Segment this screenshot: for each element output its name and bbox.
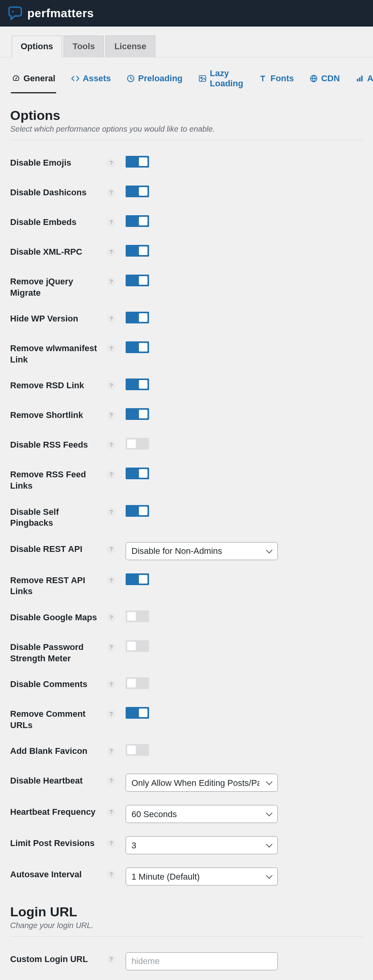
form-label-col: Remove wlwmanifest Link? <box>10 339 115 365</box>
help-icon[interactable]: ? <box>107 870 115 879</box>
help-icon[interactable]: ? <box>107 248 115 256</box>
disable_xmlrpc-toggle[interactable] <box>126 245 149 257</box>
form-label-col: Remove REST API Links? <box>10 571 115 597</box>
hide_wp_version-toggle[interactable] <box>126 312 149 323</box>
form-control-col <box>115 183 363 197</box>
help-icon[interactable]: ? <box>107 314 115 323</box>
form-row-remove_wlwmanifest: Remove wlwmanifest Link? <box>10 339 363 365</box>
disable_rss-toggle[interactable] <box>126 438 149 450</box>
form-label-col: Disable Google Maps? <box>10 608 115 623</box>
help-icon[interactable]: ? <box>107 839 115 848</box>
tab-tools[interactable]: Tools <box>64 36 104 57</box>
dashboard-icon <box>12 74 20 83</box>
brand-name: perfmatters <box>27 7 94 20</box>
disable_heartbeat-select[interactable]: Only Allow When Editing Posts/Pages <box>126 774 278 792</box>
subtab-lazy[interactable]: Lazy Loading <box>197 68 244 98</box>
tab-license[interactable]: License <box>105 36 155 57</box>
form-label: Remove Shortlink <box>10 410 107 421</box>
perfmatters-logo-icon <box>7 5 23 21</box>
form-control-col <box>115 436 363 450</box>
form-row-hide_wp_version: Hide WP Version? <box>10 309 363 328</box>
autosave_interval-select-wrap: 1 Minute (Default) <box>126 868 278 885</box>
limit_post_revisions-select[interactable]: 3 <box>126 836 278 854</box>
help-icon[interactable]: ? <box>107 576 115 585</box>
help-icon[interactable]: ? <box>107 411 115 419</box>
subtab-fonts[interactable]: Fonts <box>258 73 295 93</box>
help-icon[interactable]: ? <box>107 508 115 516</box>
help-icon[interactable]: ? <box>107 747 115 755</box>
help-icon[interactable]: ? <box>107 441 115 449</box>
form-label-col: Remove jQuery Migrate? <box>10 272 115 298</box>
subtab-label: CDN <box>321 73 340 84</box>
subtab-general[interactable]: General <box>11 73 56 93</box>
form-label: Remove RSS Feed Links <box>10 469 107 491</box>
disable_self_pingbacks-toggle[interactable] <box>126 505 149 517</box>
form-control-col <box>115 465 363 479</box>
help-icon[interactable]: ? <box>107 777 115 785</box>
add_blank_favicon-toggle[interactable] <box>126 744 149 756</box>
remove_comment_urls-toggle[interactable] <box>126 707 149 719</box>
help-icon[interactable]: ? <box>107 643 115 652</box>
help-icon[interactable]: ? <box>107 277 115 286</box>
subtab-label: Fonts <box>270 73 294 84</box>
autosave_interval-select[interactable]: 1 Minute (Default) <box>126 868 278 885</box>
form-label-col: Disable Embeds? <box>10 213 115 228</box>
toggle-knob <box>139 246 147 255</box>
help-icon[interactable]: ? <box>107 381 115 390</box>
clock-icon <box>126 74 135 83</box>
form-label-col: Disable Self Pingbacks? <box>10 503 115 529</box>
form-row-disable_dashicons: Disable Dashicons? <box>10 183 363 202</box>
disable_dashicons-toggle[interactable] <box>126 186 149 197</box>
disable_comments-toggle[interactable] <box>126 677 149 689</box>
disable_pw_strength-toggle[interactable] <box>126 640 149 652</box>
main-tab-bar: OptionsToolsLicense <box>0 27 373 57</box>
remove_wlwmanifest-toggle[interactable] <box>126 341 149 353</box>
form-label: Disable Comments <box>10 679 107 690</box>
custom_login_url-input[interactable] <box>126 952 278 970</box>
subtab-analytics[interactable]: Analytics <box>355 73 373 93</box>
remove_jquery_migrate-toggle[interactable] <box>126 275 149 286</box>
help-icon[interactable]: ? <box>107 955 115 964</box>
form-label: Disable Self Pingbacks <box>10 507 107 529</box>
remove_rsd-toggle[interactable] <box>126 378 149 390</box>
form-control-col <box>115 213 363 227</box>
subtab-preloading[interactable]: Preloading <box>126 73 183 93</box>
remove_shortlink-toggle[interactable] <box>126 408 149 420</box>
toggle-knob <box>139 575 147 584</box>
disable_google_maps-toggle[interactable] <box>126 610 149 622</box>
help-icon[interactable]: ? <box>107 613 115 622</box>
help-icon[interactable]: ? <box>107 159 115 167</box>
help-icon[interactable]: ? <box>107 218 115 227</box>
help-icon[interactable]: ? <box>107 344 115 353</box>
form-row-disable_heartbeat: Disable Heartbeat?Only Allow When Editin… <box>10 771 363 792</box>
disable_emojis-toggle[interactable] <box>126 156 149 168</box>
disable_rest_api-select[interactable]: Disable for Non-Admins <box>126 542 278 560</box>
help-icon[interactable]: ? <box>107 188 115 197</box>
disable_embeds-toggle[interactable] <box>126 215 149 227</box>
tab-options[interactable]: Options <box>12 36 62 57</box>
disable_heartbeat-select-wrap: Only Allow When Editing Posts/Pages <box>126 774 278 792</box>
help-icon[interactable]: ? <box>107 545 115 553</box>
subtab-assets[interactable]: Assets <box>70 73 112 93</box>
form-row-disable_google_maps: Disable Google Maps? <box>10 608 363 627</box>
form-label-col: Limit Post Revisions? <box>10 834 115 849</box>
form-label-col: Remove RSS Feed Links? <box>10 465 115 491</box>
subtab-cdn[interactable]: CDN <box>309 73 341 93</box>
form-label-col: Autosave Interval? <box>10 865 115 880</box>
main-content: Options Select which performance options… <box>0 98 373 980</box>
help-icon[interactable]: ? <box>107 680 115 689</box>
heartbeat_frequency-select[interactable]: 60 Seconds <box>126 805 278 823</box>
help-icon[interactable]: ? <box>107 470 115 479</box>
form-label-col: Hide WP Version? <box>10 309 115 325</box>
bar-chart-icon <box>355 74 364 83</box>
help-icon[interactable]: ? <box>107 808 115 816</box>
section-subtitle: Select which performance options you wou… <box>10 125 363 134</box>
form-label-col: Remove Comment URLs? <box>10 705 115 731</box>
remove_rss_links-toggle[interactable] <box>126 468 149 479</box>
remove_rest_links-toggle[interactable] <box>126 573 149 585</box>
help-icon[interactable]: ? <box>107 710 115 718</box>
form-label-col: Disable Comments? <box>10 675 115 690</box>
form-label-col: Disable Password Strength Meter? <box>10 638 115 664</box>
form-label: Disable XML-RPC <box>10 246 107 258</box>
toggle-knob <box>127 746 136 754</box>
